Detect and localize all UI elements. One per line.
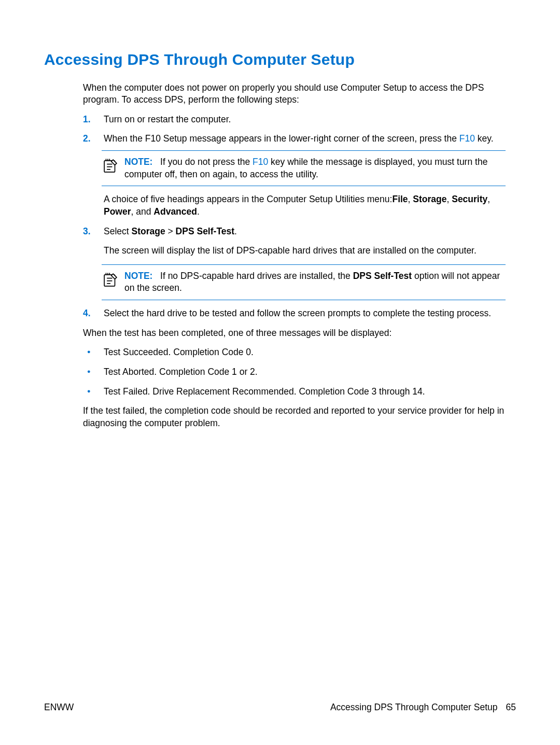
step-number: 3. xyxy=(83,226,91,238)
completed-intro: When the test has been completed, one of… xyxy=(83,327,506,340)
document-page: Accessing DPS Through Computer Setup Whe… xyxy=(0,0,560,745)
step-text: Select the hard drive to be tested and f… xyxy=(104,308,491,318)
step-2: 2. When the F10 Setup message appears in… xyxy=(83,133,506,218)
step-text: Turn on or restart the computer. xyxy=(104,114,231,124)
note-label: NOTE: xyxy=(124,271,152,281)
steps-list: 1. Turn on or restart the computer. 2. W… xyxy=(83,114,506,320)
step-text: When the F10 Setup message appears in th… xyxy=(104,133,494,144)
step-3: 3. Select Storage > DPS Self-Test. The s… xyxy=(83,226,506,301)
step-4: 4. Select the hard drive to be tested an… xyxy=(83,307,506,320)
note-text: NOTE: If you do not press the F10 key wh… xyxy=(124,156,506,180)
intro-paragraph: When the computer does not power on prop… xyxy=(83,82,506,106)
page-title: Accessing DPS Through Computer Setup xyxy=(44,49,516,71)
note-label: NOTE: xyxy=(124,157,152,167)
step-number: 2. xyxy=(83,133,91,145)
footer-left: ENWW xyxy=(44,701,74,714)
outro-paragraph: If the test failed, the completion code … xyxy=(83,405,506,429)
step-1: 1. Turn on or restart the computer. xyxy=(83,114,506,126)
f10-link[interactable]: F10 xyxy=(459,133,475,144)
step-number: 1. xyxy=(83,114,91,126)
page-footer: ENWW Accessing DPS Through Computer Setu… xyxy=(44,701,516,714)
step-3-after: The screen will display the list of DPS-… xyxy=(104,245,506,257)
note-icon xyxy=(102,156,124,178)
results-list: Test Succeeded. Completion Code 0. Test … xyxy=(83,346,506,398)
step-2-after: A choice of five headings appears in the… xyxy=(104,193,506,218)
footer-right: Accessing DPS Through Computer Setup65 xyxy=(330,701,516,714)
list-item: Test Succeeded. Completion Code 0. xyxy=(83,346,506,359)
body-content: When the computer does not power on prop… xyxy=(44,82,516,430)
note-icon xyxy=(102,270,124,292)
f10-link[interactable]: F10 xyxy=(253,157,268,167)
page-number: 65 xyxy=(506,702,516,712)
list-item: Test Failed. Drive Replacement Recommend… xyxy=(83,386,506,398)
note-block: NOTE: If you do not press the F10 key wh… xyxy=(102,150,506,186)
step-text: Select Storage > DPS Self-Test. xyxy=(104,226,237,236)
step-number: 4. xyxy=(83,307,91,320)
note-text: NOTE: If no DPS-capable hard drives are … xyxy=(124,270,506,294)
note-block: NOTE: If no DPS-capable hard drives are … xyxy=(102,264,506,300)
list-item: Test Aborted. Completion Code 1 or 2. xyxy=(83,366,506,378)
